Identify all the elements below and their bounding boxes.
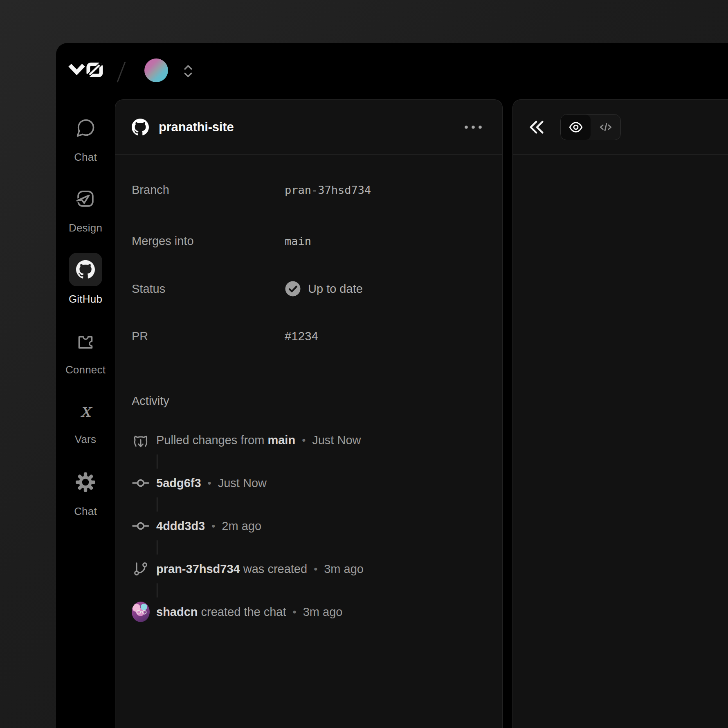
- italic-x-icon: x: [80, 400, 91, 421]
- git-branch-icon: [132, 561, 150, 577]
- sidebar-item-vars[interactable]: x Vars: [56, 400, 115, 446]
- activity-time: 2m ago: [222, 519, 261, 533]
- preview-tab[interactable]: [561, 115, 591, 140]
- dot-separator: •: [208, 477, 211, 490]
- field-status: Status Up to date: [132, 281, 486, 297]
- field-label: Status: [132, 282, 285, 296]
- activity-time: 3m ago: [303, 605, 343, 619]
- dot-separator: •: [293, 606, 297, 618]
- sidebar-item-connect[interactable]: Connect: [56, 330, 115, 376]
- field-label: PR: [132, 330, 285, 343]
- sidebar-item-label: Vars: [75, 433, 96, 446]
- field-value: pran-37hsd734: [285, 184, 371, 196]
- chevrons-left-icon[interactable]: [528, 118, 546, 137]
- dot-separator: •: [314, 563, 317, 575]
- section-divider: [132, 376, 486, 376]
- sidebar-item-design[interactable]: Design: [56, 188, 115, 234]
- project-avatar[interactable]: [144, 58, 168, 82]
- field-value: #1234: [285, 330, 318, 343]
- activity-item-commit: 5adg6f3 • Just Now: [132, 473, 486, 493]
- activity-list: Pulled changes from main • Just Now 5adg…: [132, 430, 486, 622]
- timeline-connector: [157, 583, 157, 598]
- chevron-up-down-icon[interactable]: [183, 63, 193, 81]
- activity-time: 3m ago: [324, 562, 364, 576]
- code-icon: [598, 120, 613, 135]
- v0-logo: [68, 62, 103, 78]
- sidebar-item-github[interactable]: GitHub: [56, 253, 115, 306]
- activity-text: pran-37hsd734 was created: [156, 562, 307, 576]
- github-octocat-icon: [132, 119, 149, 136]
- sidebar-item-settings-chat[interactable]: Chat: [56, 472, 115, 518]
- git-commit-icon: [132, 477, 150, 489]
- field-value: main: [285, 235, 311, 247]
- code-tab[interactable]: [591, 115, 620, 140]
- dot-separator: •: [302, 434, 306, 447]
- status-value: Up to date: [285, 281, 363, 297]
- puzzle-piece-icon: [75, 330, 96, 351]
- github-panel-header: pranathi-site: [115, 100, 502, 155]
- activity-time: Just Now: [312, 434, 361, 447]
- field-merges-into: Merges into main: [132, 234, 486, 248]
- field-branch: Branch pran-37hsd734: [132, 183, 486, 197]
- github-panel-body: Branch pran-37hsd734 Merges into main St…: [115, 155, 502, 622]
- activity-item-branch-created: pran-37hsd734 was created • 3m ago: [132, 559, 486, 579]
- activity-item-chat-created: shadcn created the chat • 3m ago: [132, 602, 486, 622]
- status-text: Up to date: [308, 282, 363, 296]
- activity-time: Just Now: [218, 476, 267, 490]
- gear-icon: [75, 472, 96, 493]
- sidebar-item-label: Design: [69, 222, 102, 234]
- github-panel: pranathi-site Branch pran-37hsd734 Merge…: [115, 99, 503, 728]
- sidebar-item-chat[interactable]: Chat: [56, 117, 115, 164]
- view-toggle: [560, 114, 621, 140]
- timeline-connector: [157, 454, 157, 469]
- preview-panel-header: [513, 100, 728, 155]
- breadcrumb-slash: [117, 61, 126, 82]
- ellipsis-menu-icon[interactable]: [461, 121, 486, 133]
- eye-icon: [568, 120, 583, 135]
- check-circle-icon: [285, 281, 301, 297]
- sidebar-item-label: Chat: [74, 505, 97, 518]
- dot-separator: •: [211, 520, 215, 533]
- activity-text: Pulled changes from main: [156, 434, 295, 447]
- preview-panel: [512, 99, 728, 728]
- design-send-icon: [75, 188, 96, 209]
- activity-text: 4ddd3d3: [156, 519, 205, 533]
- sidebar-item-label: Chat: [74, 151, 97, 164]
- github-octocat-icon: [69, 253, 102, 286]
- app-window: Chat Design GitHub Connect x: [56, 43, 728, 728]
- field-label: Merges into: [132, 234, 285, 248]
- activity-heading: Activity: [132, 394, 486, 408]
- activity-text: 5adg6f3: [156, 476, 201, 490]
- sidebar-item-label: Connect: [65, 364, 106, 376]
- shadcn-avatar: [132, 602, 150, 622]
- activity-text: shadcn created the chat: [156, 605, 286, 619]
- chat-bubble-icon: [75, 117, 96, 139]
- field-pr: PR #1234: [132, 330, 486, 343]
- activity-item-pulled-changes: Pulled changes from main • Just Now: [132, 430, 486, 450]
- field-label: Branch: [132, 183, 285, 197]
- sidebar-item-label: GitHub: [69, 293, 102, 306]
- octocat-pull-icon: [132, 431, 150, 449]
- timeline-connector: [157, 497, 157, 512]
- activity-item-commit: 4ddd3d3 • 2m ago: [132, 516, 486, 536]
- git-commit-icon: [132, 520, 150, 532]
- repo-title: pranathi-site: [159, 120, 461, 135]
- timeline-connector: [157, 540, 157, 555]
